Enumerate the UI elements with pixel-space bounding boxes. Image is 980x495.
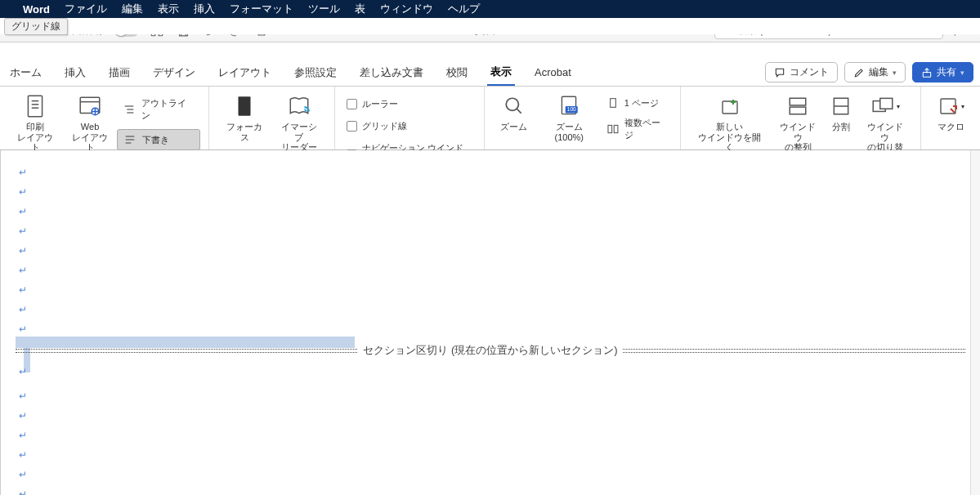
- pencil-icon: [853, 67, 865, 78]
- arrange-icon: [787, 96, 808, 117]
- zoom-100-button[interactable]: 100 ズーム (100%): [535, 91, 603, 144]
- arrange-button[interactable]: ウインドウ の整列: [771, 91, 826, 154]
- focus-icon: [234, 94, 255, 118]
- menu-view[interactable]: 表示: [158, 2, 179, 16]
- menu-tools[interactable]: ツール: [308, 2, 340, 16]
- paragraph-mark: ↵: [19, 469, 27, 480]
- outline-button[interactable]: アウトライン: [117, 95, 199, 124]
- multi-page-button[interactable]: 複数ページ: [603, 115, 672, 143]
- paragraph-mark: ↵: [19, 265, 27, 276]
- draft-icon: [123, 133, 136, 146]
- tab-review[interactable]: 校閲: [443, 60, 471, 85]
- ribbon: 印刷 レイアウト Web レイアウト アウトライン 下書き: [0, 87, 980, 150]
- draft-button[interactable]: 下書き: [117, 129, 199, 150]
- svg-rect-29: [790, 107, 806, 114]
- group-window: 新しい ウインドウを開く ウインドウ の整列 分割 ▾ ウインドウ の切り替え: [681, 87, 921, 149]
- group-zoom: ズーム 100 ズーム (100%) 1 ページ 複数ページ ページの幅: [485, 87, 682, 149]
- group-show: ルーラー グリッド線 ナビゲーション ウインドウ: [335, 87, 484, 149]
- menu-insert[interactable]: 挿入: [194, 2, 215, 16]
- page-icon: [25, 94, 46, 118]
- svg-text:100: 100: [567, 106, 576, 112]
- ribbon-tabs: ホーム 挿入 描画 デザイン レイアウト 参照設定 差し込み文書 校閲 表示 A…: [0, 59, 980, 87]
- multi-page-icon: [606, 123, 620, 136]
- paragraph-mark: ↵: [19, 488, 27, 495]
- split-button[interactable]: 分割: [825, 91, 857, 134]
- share-icon: [921, 67, 933, 78]
- magnifier-icon: [503, 96, 525, 117]
- svg-rect-27: [723, 101, 737, 114]
- group-immersive: フォーカス イマーシブ リーダー: [209, 87, 335, 149]
- tab-acrobat[interactable]: Acrobat: [531, 61, 575, 83]
- tab-draw[interactable]: 描画: [105, 60, 133, 85]
- svg-rect-23: [610, 99, 615, 108]
- paragraph-mark: ↵: [19, 225, 27, 237]
- paragraph-mark: ↵: [19, 390, 27, 402]
- zoom-button[interactable]: ズーム: [493, 91, 535, 134]
- edit-button[interactable]: 編集 ▾: [844, 62, 906, 82]
- paragraph-mark: ↵: [19, 304, 27, 315]
- paragraph-mark: ↵: [19, 449, 27, 461]
- document-area[interactable]: セクション区切り (現在の位置から新しいセクション) ↵↵↵↵↵↵↵↵↵↵↵↵↵…: [0, 150, 980, 495]
- comment-icon: [774, 67, 785, 78]
- paragraph-mark: ↵: [19, 366, 27, 377]
- paragraph-mark: ↵: [19, 430, 27, 441]
- new-window-icon: [718, 95, 741, 118]
- svg-rect-5: [29, 96, 43, 117]
- app-name[interactable]: Word: [23, 3, 50, 16]
- tab-design[interactable]: デザイン: [150, 60, 199, 85]
- one-page-icon: [606, 96, 620, 109]
- svg-rect-24: [608, 125, 612, 132]
- tab-home[interactable]: ホーム: [7, 60, 45, 85]
- menu-file[interactable]: ファイル: [65, 2, 107, 16]
- vertical-scrollbar[interactable]: [970, 150, 980, 495]
- paragraph-mark: ↵: [19, 245, 27, 256]
- outline-icon: [123, 103, 136, 116]
- one-page-button[interactable]: 1 ページ: [603, 95, 672, 111]
- new-window-button[interactable]: 新しい ウインドウを開く: [689, 91, 770, 154]
- svg-point-19: [506, 98, 518, 110]
- print-layout-button[interactable]: 印刷 レイアウト: [8, 91, 63, 154]
- svg-rect-18: [239, 96, 251, 116]
- tab-mailings[interactable]: 差し込み文書: [356, 60, 427, 85]
- svg-rect-33: [879, 98, 892, 109]
- paragraph-mark: ↵: [19, 167, 27, 178]
- mac-menu-bar: Word ファイル 編集 表示 挿入 フォーマット ツール 表 ウィンドウ ヘル…: [0, 0, 980, 18]
- paragraph-mark: ↵: [19, 186, 27, 198]
- menu-window[interactable]: ウィンドウ: [380, 2, 433, 16]
- group-macros: ▾ マクロ: [921, 87, 980, 149]
- web-icon: [78, 94, 102, 118]
- tooltip-gridlines: グリッド線: [4, 18, 68, 35]
- reader-icon: [287, 94, 311, 118]
- web-layout-button[interactable]: Web レイアウト: [63, 91, 118, 154]
- svg-rect-28: [790, 98, 806, 105]
- switch-icon: [870, 96, 895, 117]
- split-icon: [830, 96, 852, 117]
- paragraph-mark: ↵: [19, 323, 27, 335]
- menu-edit[interactable]: 編集: [122, 2, 143, 16]
- macros-icon: [937, 95, 960, 118]
- ruler-checkbox[interactable]: ルーラー: [343, 96, 475, 112]
- gridlines-checkbox[interactable]: グリッド線: [343, 118, 475, 134]
- paragraph-mark: ↵: [19, 284, 27, 296]
- svg-rect-25: [614, 125, 618, 132]
- paragraph-mark: ↵: [19, 206, 27, 217]
- tab-layout[interactable]: レイアウト: [215, 60, 275, 85]
- paragraph-mark: ↵: [19, 410, 27, 421]
- focus-button[interactable]: フォーカス: [217, 91, 272, 144]
- comment-button[interactable]: コメント: [765, 62, 838, 82]
- share-button[interactable]: 共有 ▾: [912, 62, 973, 82]
- section-break: セクション区切り (現在の位置から新しいセクション): [1, 343, 980, 358]
- tab-references[interactable]: 参照設定: [291, 60, 340, 85]
- tab-view[interactable]: 表示: [487, 60, 515, 86]
- macros-button[interactable]: ▾ マクロ: [929, 91, 972, 134]
- immersive-reader-button[interactable]: イマーシブ リーダー: [272, 91, 327, 154]
- group-views: 印刷 レイアウト Web レイアウト アウトライン 下書き: [0, 87, 209, 149]
- menu-format[interactable]: フォーマット: [230, 2, 293, 16]
- menu-table[interactable]: 表: [355, 2, 365, 16]
- menu-help[interactable]: ヘルプ: [448, 2, 480, 16]
- zoom100-icon: 100: [557, 94, 581, 118]
- tab-insert[interactable]: 挿入: [61, 60, 89, 85]
